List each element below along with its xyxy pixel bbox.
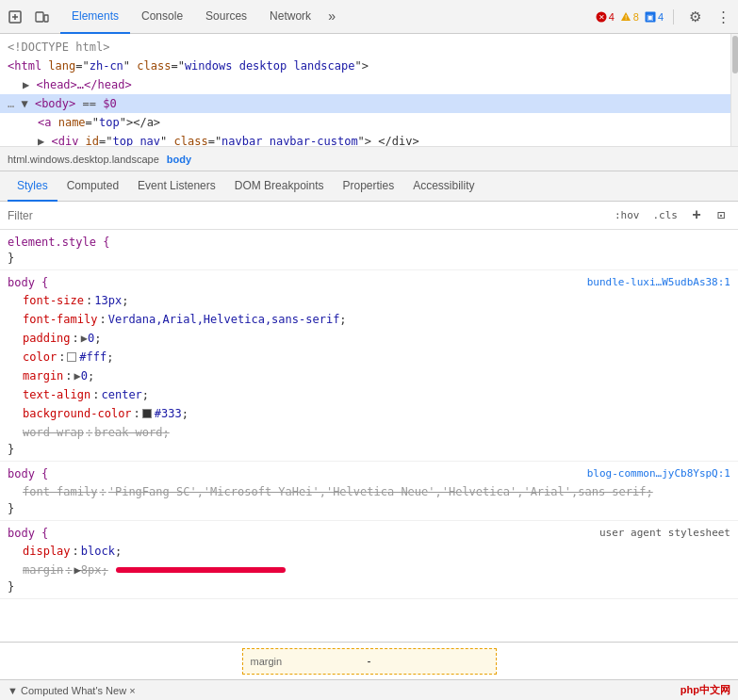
css-selector-element-style[interactable]: element.style { [8, 236, 109, 249]
css-prop-font-size[interactable]: font-size : 13px ; [0, 291, 738, 310]
svg-rect-1 [36, 12, 43, 22]
html-line-html[interactable]: <html lang="zh-cn" class="windows deskto… [0, 57, 738, 75]
css-rule-header-body-2: body { blog-common…jyCb8YspQ:1 [0, 465, 738, 482]
toolbar-right: ✕ 4 ! 8 ▣ 4 ⚙ ⋮ [596, 6, 734, 28]
tab-console[interactable]: Console [130, 0, 194, 34]
css-prop-color[interactable]: color : #fff ; [0, 348, 738, 366]
css-rule-body-2: body { blog-common…jyCb8YspQ:1 font-fami… [0, 462, 738, 521]
filter-right: :hov .cls + ⊡ [611, 206, 730, 225]
css-closing-brace-body-3: } [0, 579, 738, 594]
tab-sources[interactable]: Sources [194, 0, 258, 34]
svg-rect-2 [44, 15, 48, 22]
status-text[interactable]: ▼ Computed What's New × [8, 685, 136, 696]
css-closing-brace-body-2: } [0, 501, 738, 516]
more-tabs-button[interactable]: » [322, 6, 341, 28]
css-selector-body-2[interactable]: body { [8, 467, 48, 480]
devtools-container: Elements Console Sources Network » ✕ 4 !… [0, 0, 738, 700]
devtools-toolbar: Elements Console Sources Network » ✕ 4 !… [0, 0, 738, 34]
tab-elements[interactable]: Elements [60, 0, 130, 34]
styles-panel: element.style { } body { bundle-luxi…W5u… [0, 230, 738, 642]
tab-network[interactable]: Network [258, 0, 322, 34]
css-source-body-1[interactable]: bundle-luxi…W5udbAs38:1 [587, 276, 730, 288]
css-selector-body-1[interactable]: body { [8, 276, 48, 289]
css-source-body-2[interactable]: blog-common…jyCb8YspQ:1 [587, 467, 730, 480]
breadcrumb: html.windows.desktop.landscape body [0, 147, 738, 171]
breadcrumb-body[interactable]: body [167, 154, 191, 165]
color-swatch-fff[interactable] [67, 352, 76, 362]
css-prop-background-color[interactable]: background-color : #333 ; [0, 404, 738, 423]
css-closing-brace-body-1: } [0, 442, 738, 457]
scrollbar-thumb[interactable] [732, 36, 738, 73]
warnings-badge[interactable]: ! 8 [620, 11, 639, 23]
css-rule-body-1: body { bundle-luxi…W5udbAs38:1 font-size… [0, 270, 738, 462]
css-prop-margin-agent[interactable]: margin : ▶ 8px ; [0, 561, 738, 579]
tab-properties[interactable]: Properties [333, 171, 403, 202]
settings-icon[interactable]: ⚙ [683, 6, 706, 28]
box-model-margin[interactable]: margin - [242, 648, 497, 675]
css-prop-margin-1[interactable]: margin : ▶ 0 ; [0, 366, 738, 385]
filter-input[interactable] [8, 209, 607, 222]
css-closing-brace-element-style: } [0, 251, 738, 266]
css-prop-padding[interactable]: padding : ▶ 0 ; [0, 329, 738, 348]
tab-accessibility[interactable]: Accessibility [403, 171, 484, 202]
tab-event-listeners[interactable]: Event Listeners [128, 171, 225, 202]
toolbar-divider [673, 9, 674, 24]
red-annotation-bar [116, 567, 286, 573]
css-prop-word-wrap[interactable]: word-wrap : break-word ; [0, 423, 738, 442]
box-model-bar: margin - [0, 642, 738, 679]
html-line-body[interactable]: … ▼ <body> == $0 [0, 94, 738, 113]
html-line-head[interactable]: ▶ <head>…</head> [0, 75, 738, 94]
color-swatch-333[interactable] [142, 409, 152, 418]
css-prop-text-align[interactable]: text-align : center ; [0, 385, 738, 404]
css-rule-header-body-3: body { user agent stylesheet [0, 525, 738, 542]
css-rule-header-body-1: body { bundle-luxi…W5udbAs38:1 [0, 274, 738, 291]
margin-triangle-agent[interactable]: ▶ [74, 562, 81, 578]
add-rule-btn[interactable]: + [687, 206, 706, 225]
css-rule-body-3: body { user agent stylesheet display : b… [0, 521, 738, 599]
html-panel-scrollbar[interactable] [730, 34, 738, 146]
errors-badge[interactable]: ✕ 4 [596, 11, 615, 23]
toggle-panel-btn[interactable]: ⊡ [712, 206, 730, 225]
tab-computed[interactable]: Computed [57, 171, 128, 202]
css-prop-display[interactable]: display : block ; [0, 542, 738, 561]
box-model-label: margin [251, 656, 283, 667]
main-content: Styles Computed Event Listeners DOM Brea… [0, 171, 738, 642]
hov-filter-btn[interactable]: :hov [611, 207, 644, 223]
filter-bar: :hov .cls + ⊡ [0, 202, 738, 230]
svg-text:✕: ✕ [598, 13, 604, 22]
toolbar-icons [4, 6, 53, 28]
css-source-body-3[interactable]: user agent stylesheet [599, 527, 730, 539]
svg-text:!: ! [625, 13, 627, 22]
cls-filter-btn[interactable]: .cls [649, 207, 682, 223]
tab-dom-breakpoints[interactable]: DOM Breakpoints [225, 171, 334, 202]
phpw-logo: php中文网 [681, 683, 730, 697]
html-panel: <!DOCTYPE html> <html lang="zh-cn" class… [0, 34, 738, 147]
svg-text:▣: ▣ [647, 13, 654, 22]
html-line-doctype[interactable]: <!DOCTYPE html> [0, 38, 738, 57]
padding-triangle[interactable]: ▶ [81, 330, 88, 347]
box-model-value: - [368, 655, 371, 668]
more-options-icon[interactable]: ⋮ [712, 6, 734, 28]
css-rule-header-element-style: element.style { [0, 234, 738, 251]
html-line-div-top-nav[interactable]: ▶ <div id="top_nav" class="navbar navbar… [0, 132, 738, 147]
css-prop-font-family[interactable]: font-family : Verdana,Arial,Helvetica,sa… [0, 310, 738, 329]
info-badge[interactable]: ▣ 4 [645, 11, 664, 23]
status-bar: ▼ Computed What's New × php中文网 [0, 679, 738, 700]
html-line-a[interactable]: <a name="top"></a> [0, 113, 738, 132]
css-selector-body-3[interactable]: body { [8, 527, 48, 540]
breadcrumb-html[interactable]: html.windows.desktop.landscape [8, 154, 159, 165]
tabs-bar: Elements Console Sources Network » [60, 0, 596, 34]
device-toggle-icon[interactable] [30, 6, 53, 28]
inspect-icon[interactable] [4, 6, 26, 28]
margin-triangle-1[interactable]: ▶ [74, 367, 81, 384]
tab-styles[interactable]: Styles [8, 171, 57, 202]
css-rule-element-style: element.style { } [0, 230, 738, 270]
styles-tabs: Styles Computed Event Listeners DOM Brea… [0, 171, 738, 202]
css-prop-font-family-2[interactable]: font-family : 'PingFang SC','Microsoft Y… [0, 482, 738, 501]
